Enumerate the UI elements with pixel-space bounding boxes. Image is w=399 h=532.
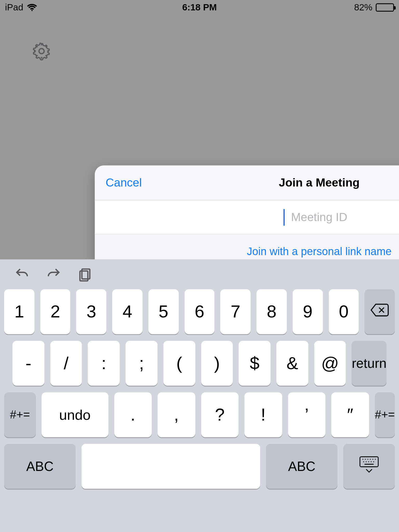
key-7[interactable]: 7	[221, 289, 251, 334]
key-dash[interactable]: -	[12, 341, 44, 386]
meeting-id-input[interactable]	[95, 200, 399, 234]
key-6[interactable]: 6	[184, 289, 215, 334]
key-8[interactable]: 8	[256, 289, 287, 334]
key-abc-right[interactable]: ABC	[266, 444, 337, 489]
key-return[interactable]: return	[352, 341, 387, 386]
status-time: 6:18 PM	[182, 2, 217, 13]
key-semicolon[interactable]: ;	[125, 341, 157, 386]
key-2[interactable]: 2	[40, 289, 70, 334]
settings-button[interactable]	[31, 42, 52, 62]
key-colon[interactable]: :	[88, 341, 120, 386]
key-9[interactable]: 9	[292, 289, 323, 334]
on-screen-keyboard: 1 2 3 4 5 6 7 8 9 0 - / : ; ( ) $ & @	[0, 259, 399, 532]
key-undo[interactable]: undo	[42, 392, 108, 437]
status-bar: iPad 6:18 PM 82%	[0, 0, 399, 15]
key-question[interactable]: ?	[201, 392, 239, 437]
keyboard-row-1: 1 2 3 4 5 6 7 8 9 0	[4, 289, 395, 334]
undo-icon[interactable]	[14, 267, 30, 282]
key-space[interactable]	[82, 444, 260, 489]
key-abc-left[interactable]: ABC	[4, 444, 76, 489]
keyboard-dismiss-icon	[358, 455, 380, 477]
battery-percent: 82%	[354, 2, 372, 13]
personal-link-label: Join with a personal link name	[247, 245, 391, 258]
clipboard-icon[interactable]	[77, 267, 93, 282]
wifi-icon	[26, 3, 37, 12]
key-5[interactable]: 5	[148, 289, 178, 334]
key-dismiss-keyboard[interactable]	[343, 444, 395, 489]
key-paren-close[interactable]: )	[201, 341, 233, 386]
key-apostrophe[interactable]: ’	[288, 392, 325, 437]
key-backspace[interactable]	[365, 289, 395, 334]
key-0[interactable]: 0	[329, 289, 359, 334]
redo-icon[interactable]	[46, 267, 62, 282]
key-4[interactable]: 4	[112, 289, 142, 334]
key-ampersand[interactable]: &	[276, 341, 308, 386]
key-dollar[interactable]: $	[239, 341, 271, 386]
key-3[interactable]: 3	[76, 289, 107, 334]
keyboard-row-4: ABC ABC	[4, 444, 395, 489]
meeting-id-row	[95, 200, 399, 234]
text-cursor	[283, 209, 285, 225]
keyboard-toolbar	[0, 259, 399, 289]
key-symbols-right[interactable]: #+=	[375, 392, 395, 437]
key-1[interactable]: 1	[4, 289, 34, 334]
key-paren-open[interactable]: (	[163, 341, 195, 386]
modal-header: Cancel Join a Meeting	[95, 165, 399, 200]
key-exclaim[interactable]: !	[244, 392, 282, 437]
backspace-icon	[370, 302, 390, 322]
keyboard-row-3: #+= undo . , ? ! ’ ″ #+=	[4, 392, 395, 437]
key-comma[interactable]: ,	[158, 392, 195, 437]
key-double-prime[interactable]: ″	[331, 392, 369, 437]
status-device: iPad	[5, 2, 23, 13]
key-period[interactable]: .	[114, 392, 152, 437]
modal-title: Join a Meeting	[279, 176, 360, 189]
svg-point-0	[39, 49, 44, 54]
key-symbols-left[interactable]: #+=	[4, 392, 36, 437]
key-at[interactable]: @	[314, 341, 346, 386]
battery-icon	[376, 3, 394, 12]
gear-icon	[32, 42, 51, 62]
keyboard-row-2: - / : ; ( ) $ & @ return	[4, 341, 395, 386]
key-slash[interactable]: /	[50, 341, 82, 386]
cancel-button[interactable]: Cancel	[105, 176, 142, 189]
